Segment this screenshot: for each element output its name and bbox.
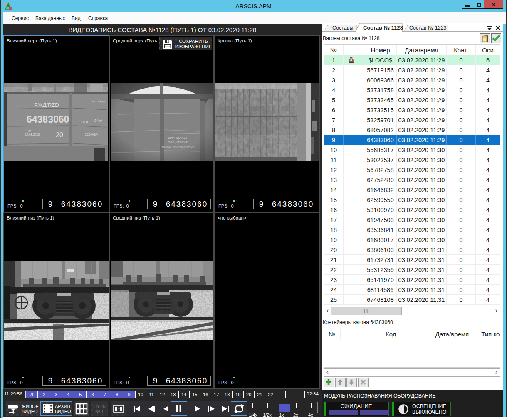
svg-text:14.08.2025: 14.08.2025 (25, 133, 40, 136)
svg-text:120КМ/Ч: 120КМ/Ч (85, 133, 98, 136)
svg-text:20: 20 (56, 131, 63, 138)
svg-text:мод С РЖД-ПС: мод С РЖД-ПС (92, 100, 106, 103)
svg-text:75.0т: 75.0т (81, 120, 90, 124)
svg-text:64383060: 64383060 (27, 114, 69, 125)
svg-text:0Р: 0Р (28, 130, 31, 132)
svg-text:РЖД/RZD: РЖД/RZD (34, 102, 59, 108)
svg-text:94м²: 94м² (94, 119, 102, 123)
